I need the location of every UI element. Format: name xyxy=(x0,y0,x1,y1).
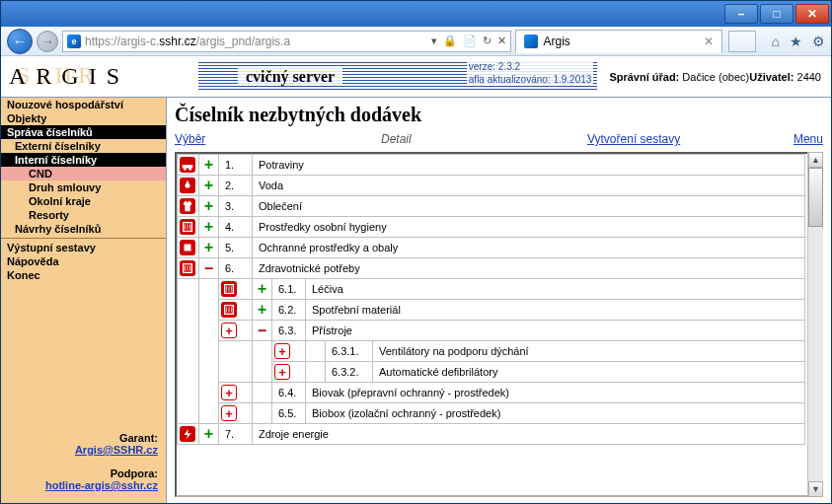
svg-rect-0 xyxy=(183,165,193,169)
expand-icon[interactable]: + xyxy=(199,424,219,445)
scroll-up-icon[interactable]: ▲ xyxy=(808,152,823,168)
svg-point-2 xyxy=(189,168,191,171)
protection-icon xyxy=(180,240,195,255)
garant-link[interactable]: Argis@SSHR.cz xyxy=(75,444,158,456)
sidebar-item-resorty[interactable]: Resorty xyxy=(1,208,166,222)
collapse-icon[interactable]: − xyxy=(199,258,219,279)
window-maximize-button[interactable]: □ xyxy=(760,4,794,24)
dropdown-icon[interactable]: ▾ xyxy=(431,35,437,47)
cross-icon xyxy=(274,343,290,359)
sidebar-item-interni[interactable]: Interní číselníky xyxy=(1,153,166,167)
tab-close-icon[interactable]: ✕ xyxy=(704,35,714,48)
scroll-down-icon[interactable]: ▼ xyxy=(808,481,823,497)
leaf-spacer xyxy=(306,341,326,362)
main-pane: Číselník nezbytných dodávek Výběr Detail… xyxy=(167,98,831,503)
address-bar[interactable]: e https://argis-c.sshr.cz/argis_pnd/argi… xyxy=(62,31,511,52)
tree-row-6-5[interactable]: 6.5. Biobox (izolační ochranný - prostře… xyxy=(178,403,805,424)
sidebar-item-cnd[interactable]: CND xyxy=(1,167,166,180)
scroll-thumb[interactable] xyxy=(808,168,823,227)
svg-rect-7 xyxy=(185,245,191,252)
favorites-icon[interactable]: ★ xyxy=(790,34,802,49)
browser-window: – □ ✕ ← → e https://argis-c.sshr.cz/argi… xyxy=(0,0,832,504)
cross-icon xyxy=(221,385,237,400)
stop-icon[interactable]: ✕ xyxy=(497,35,506,47)
browser-tab[interactable]: Argis ✕ xyxy=(515,30,722,53)
app-header: SSHR ARGIS cvičný server verze: 2.3.2 af… xyxy=(1,56,831,98)
expand-icon[interactable]: + xyxy=(199,217,219,238)
sidebar-item-konec[interactable]: Konec xyxy=(1,268,166,282)
nav-back-button[interactable]: ← xyxy=(7,29,33,54)
expand-icon[interactable]: + xyxy=(253,279,272,300)
expand-icon[interactable]: + xyxy=(199,238,219,258)
leaf-spacer xyxy=(253,403,272,424)
podpora-label: Podpora: xyxy=(111,468,158,479)
hygiene-icon xyxy=(180,219,195,235)
new-tab-button[interactable] xyxy=(728,31,756,52)
water-icon xyxy=(180,178,195,193)
view-tabs: Výběr Detail Vytvoření sestavy Menu xyxy=(175,130,823,152)
tab-title: Argis xyxy=(544,35,570,48)
window-close-button[interactable]: ✕ xyxy=(795,4,829,24)
sidebar-item-druh[interactable]: Druh smlouvy xyxy=(1,180,166,194)
leaf-spacer xyxy=(306,362,326,383)
window-minimize-button[interactable]: – xyxy=(724,4,758,24)
sidebar-item-nouzove[interactable]: Nouzové hospodářství xyxy=(1,98,166,111)
expand-icon[interactable]: + xyxy=(199,196,219,217)
browser-toolbar: ← → e https://argis-c.sshr.cz/argis_pnd/… xyxy=(1,27,831,56)
refresh-icon[interactable]: ↻ xyxy=(483,35,492,47)
medical-sub-icon xyxy=(221,302,237,318)
address-bar-icons: ▾ 🔒 📄 ↻ ✕ xyxy=(431,35,506,47)
version-info: verze: 2.3.2 afla aktualizováno: 1.9.201… xyxy=(467,60,594,86)
tree-row-6[interactable]: − 6. Zdravotnické potřeby xyxy=(178,258,805,279)
tree-row-7[interactable]: + 7. Zdroje energie xyxy=(178,424,805,445)
sidebar-item-napoveda[interactable]: Nápověda xyxy=(1,254,166,268)
sidebar-item-navrhy[interactable]: Návrhy číselníků xyxy=(1,222,166,236)
sidebar-item-okolni[interactable]: Okolní kraje xyxy=(1,194,166,208)
garant-label: Garant: xyxy=(119,432,158,444)
expand-icon[interactable]: + xyxy=(199,176,219,196)
podpora-link[interactable]: hotline-argis@sshr.cz xyxy=(45,479,158,491)
tree-row-3[interactable]: + 3. Oblečení xyxy=(178,196,805,217)
tree-view: + 1. Potraviny + 2. Voda + xyxy=(175,152,823,497)
menu-link[interactable]: Menu xyxy=(794,132,823,146)
medical-sub-icon xyxy=(221,281,237,297)
clothing-icon xyxy=(180,198,195,214)
window-titlebar: – □ ✕ xyxy=(1,1,831,27)
lock-icon[interactable]: 🔒 xyxy=(443,35,457,47)
tree-row-6-4[interactable]: 6.4. Biovak (přepravní ochranný - prostř… xyxy=(178,383,805,403)
tree-row-1[interactable]: + 1. Potraviny xyxy=(178,155,805,176)
expand-icon[interactable]: + xyxy=(253,300,272,321)
svg-point-1 xyxy=(184,168,187,171)
tree-row-6-3-1[interactable]: 6.3.1. Ventilátory na podporu dýchání xyxy=(178,341,805,362)
tree-row-5[interactable]: + 5. Ochranné prostředky a obaly xyxy=(178,238,805,258)
tab-detail: Detail xyxy=(381,132,412,146)
tab-vyber[interactable]: Výběr xyxy=(175,132,205,146)
home-icon[interactable]: ⌂ xyxy=(772,34,780,49)
logo-main: ARGIS xyxy=(9,63,129,90)
sidebar: Nouzové hospodářství Objekty Správa číse… xyxy=(1,98,167,503)
expand-icon[interactable]: + xyxy=(199,155,219,176)
compat-icon[interactable]: 📄 xyxy=(463,35,477,47)
tree-row-6-2[interactable]: + 6.2. Spotřební materiál xyxy=(178,300,805,321)
tree-row-6-3-2[interactable]: 6.3.2. Automatické defibrilátory xyxy=(178,362,805,383)
cross-icon xyxy=(221,405,237,421)
tree-row-2[interactable]: + 2. Voda xyxy=(178,176,805,196)
tree-row-6-1[interactable]: + 6.1. Léčiva xyxy=(178,279,805,300)
sidebar-item-sprava[interactable]: Správa číselníků xyxy=(1,125,166,139)
url-text: https://argis-c.sshr.cz/argis_pnd/argis.… xyxy=(85,35,427,48)
page-content: SSHR ARGIS cvičný server verze: 2.3.2 af… xyxy=(1,56,831,503)
sidebar-item-vystupni[interactable]: Výstupní sestavy xyxy=(1,241,166,254)
nav-forward-button[interactable]: → xyxy=(37,31,58,52)
page-title: Číselník nezbytných dodávek xyxy=(175,102,823,130)
tree-row-4[interactable]: + 4. Prostředky osobní hygieny xyxy=(178,217,805,238)
tree-table: + 1. Potraviny + 2. Voda + xyxy=(177,154,805,445)
ie-icon: e xyxy=(67,35,81,48)
collapse-icon[interactable]: − xyxy=(253,321,272,341)
user-info: Správní úřad: Dačice (obec)Uživatel: 244… xyxy=(597,71,821,83)
tree-row-6-3[interactable]: − 6.3. Přístroje xyxy=(178,321,805,341)
sidebar-item-externi[interactable]: Externí číselníky xyxy=(1,139,166,153)
tools-icon[interactable]: ⚙ xyxy=(812,34,825,49)
tab-vytvoreni[interactable]: Vytvoření sestavy xyxy=(587,132,680,146)
sidebar-item-objekty[interactable]: Objekty xyxy=(1,111,166,125)
vertical-scrollbar[interactable]: ▲ ▼ xyxy=(807,152,823,497)
